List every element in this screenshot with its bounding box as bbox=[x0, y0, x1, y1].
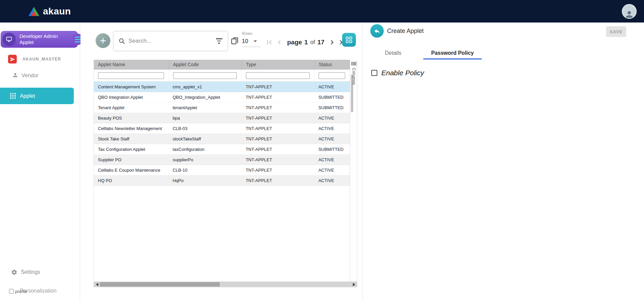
cell-type: TNT-APPLET bbox=[241, 144, 314, 154]
cell-applet-name: Celllabs Newsletter Management bbox=[94, 123, 169, 133]
cell-status: SUBMITTED bbox=[314, 144, 350, 154]
enable-policy-row: Enable Policy bbox=[371, 69, 424, 77]
cell-type: TNT-APPLET bbox=[241, 92, 314, 102]
table-row[interactable]: Celllabs E Coupon Maintenance CLB-10 TNT… bbox=[94, 165, 350, 175]
filter-input-type[interactable] bbox=[246, 72, 310, 79]
search-icon bbox=[119, 38, 125, 44]
tabs: Details Password Policy bbox=[373, 47, 482, 59]
filter-input-status[interactable] bbox=[319, 72, 345, 79]
grip-icon bbox=[350, 62, 358, 66]
tab-details[interactable]: Details bbox=[373, 47, 413, 59]
column-header-applet-name[interactable]: Applet Name bbox=[94, 60, 169, 69]
cell-type: TNT-APPLET bbox=[241, 123, 314, 133]
search-box bbox=[113, 31, 228, 51]
module-title-line1: Developer Admin bbox=[19, 33, 58, 39]
sidebar-item-settings[interactable]: Settings bbox=[0, 267, 80, 277]
table-row[interactable]: Celllabs Newsletter Management CLB-03 TN… bbox=[94, 123, 350, 134]
sidebar: Developer Admin Applet AKAUN_MASTER Vend… bbox=[0, 23, 80, 301]
rows-per-page-select[interactable]: 10 bbox=[242, 38, 261, 47]
topbar: akaun bbox=[0, 0, 644, 23]
filter-icon[interactable] bbox=[216, 38, 222, 44]
grid-icon bbox=[345, 36, 353, 43]
tab-password-policy[interactable]: Password Policy bbox=[423, 47, 482, 59]
plus-icon: + bbox=[100, 36, 106, 46]
table-header: Applet Name Applet Code Type Status bbox=[94, 60, 350, 70]
cell-applet-name: QBO Integration Applet bbox=[94, 92, 169, 102]
sidebar-item-applet[interactable]: Applet bbox=[0, 88, 74, 104]
columns-strip-label: Columns bbox=[352, 68, 356, 85]
gear-icon bbox=[11, 269, 17, 275]
cell-applet-code: taxConfiguration bbox=[169, 144, 242, 154]
cell-status: ACTIVE bbox=[314, 165, 350, 175]
cell-applet-code: CLB-03 bbox=[169, 123, 242, 133]
sidebar-item-vendor[interactable]: Vendor bbox=[0, 71, 80, 81]
column-header-type[interactable]: Type bbox=[241, 60, 314, 69]
reply-arrow-icon bbox=[374, 28, 381, 35]
cell-type: TNT-APPLET bbox=[241, 113, 314, 123]
rows-per-page-label: Rows bbox=[242, 31, 261, 36]
rows-per-page-value: 10 bbox=[242, 38, 248, 45]
user-avatar[interactable] bbox=[622, 4, 637, 19]
columns-strip[interactable]: Columns bbox=[350, 60, 357, 282]
page-word: page bbox=[287, 39, 302, 46]
cell-type: TNT-APPLET bbox=[241, 134, 314, 144]
grid-view-button[interactable] bbox=[342, 33, 356, 47]
enable-policy-checkbox[interactable] bbox=[371, 70, 377, 76]
table-row[interactable]: Stock Take Staff stockTakeStaff TNT-APPL… bbox=[94, 134, 350, 144]
cell-applet-name: Content Management System bbox=[94, 82, 169, 92]
rows-per-page: Rows 10 bbox=[242, 31, 261, 47]
cell-status: ACTIVE bbox=[314, 175, 350, 185]
personalization-label: Personalization bbox=[20, 288, 56, 294]
filter-input-applet-code[interactable] bbox=[173, 72, 237, 79]
column-header-status[interactable]: Status bbox=[314, 60, 350, 69]
previous-page-button[interactable] bbox=[275, 37, 284, 47]
table-row[interactable]: Beauty POS bpa TNT-APPLET ACTIVE bbox=[94, 113, 350, 123]
cell-status: ACTIVE bbox=[314, 82, 350, 92]
add-applet-button[interactable]: + bbox=[96, 33, 110, 48]
total-pages: 17 bbox=[317, 39, 324, 46]
monitor-icon bbox=[2, 33, 16, 46]
sidebar-item-akaun-master[interactable]: AKAUN_MASTER bbox=[0, 54, 80, 64]
of-word: of bbox=[310, 39, 315, 46]
sidebar-item-personalization[interactable]: profile Personalization bbox=[0, 287, 80, 297]
cell-type: TNT-APPLET bbox=[241, 165, 314, 175]
filter-input-applet-name[interactable] bbox=[98, 72, 164, 79]
pages-icon[interactable] bbox=[230, 36, 239, 47]
cell-applet-code: QBO_Integration_Applet bbox=[169, 92, 242, 102]
scroll-right-arrow-icon[interactable] bbox=[351, 282, 357, 287]
cell-applet-code: bpa bbox=[169, 113, 242, 123]
first-page-button[interactable] bbox=[265, 37, 274, 47]
cell-applet-name: Tenant Applet bbox=[94, 102, 169, 113]
table-row[interactable]: Tax Configuration Applet taxConfiguratio… bbox=[94, 144, 350, 155]
page-number: 1 bbox=[304, 39, 308, 46]
scroll-left-arrow-icon[interactable] bbox=[94, 282, 100, 287]
cell-type: TNT-APPLET bbox=[241, 102, 314, 113]
module-header[interactable]: Developer Admin Applet bbox=[1, 31, 78, 48]
table-row[interactable]: Content Management System cms_applet_v1 … bbox=[94, 82, 350, 92]
sidebar-item-label: Vendor bbox=[21, 73, 39, 79]
table-row[interactable]: QBO Integration Applet QBO_Integration_A… bbox=[94, 92, 350, 102]
table-row[interactable]: Tenant Applet tenantApplet TNT-APPLET SU… bbox=[94, 102, 350, 113]
horizontal-scrollbar-thumb[interactable] bbox=[100, 282, 220, 287]
save-button[interactable]: SAVE bbox=[606, 26, 626, 37]
cell-applet-code: HqPo bbox=[169, 175, 242, 185]
akaun-logo: akaun bbox=[28, 0, 71, 23]
search-input[interactable] bbox=[128, 38, 216, 44]
applet-table: Applet Name Applet Code Type Status Cont… bbox=[94, 60, 350, 282]
akaun-logo-icon bbox=[28, 6, 40, 16]
akaun-master-icon bbox=[8, 55, 17, 63]
enable-policy-label: Enable Policy bbox=[381, 69, 424, 77]
horizontal-scrollbar[interactable] bbox=[94, 282, 357, 287]
module-title: Developer Admin Applet bbox=[19, 33, 58, 45]
back-button[interactable] bbox=[370, 24, 384, 38]
avatar-person-icon bbox=[624, 9, 634, 19]
column-header-applet-code[interactable]: Applet Code bbox=[169, 60, 242, 69]
brand-name: akaun bbox=[43, 6, 71, 17]
table-row[interactable]: Supplier PO supplierPo TNT-APPLET ACTIVE bbox=[94, 155, 350, 165]
profile-checkbox[interactable] bbox=[9, 289, 14, 294]
cell-type: TNT-APPLET bbox=[241, 175, 314, 185]
table-row[interactable]: HQ PO HqPo TNT-APPLET ACTIVE bbox=[94, 175, 350, 186]
next-page-button[interactable] bbox=[328, 37, 336, 47]
cell-applet-code: cms_applet_v1 bbox=[169, 82, 242, 92]
cell-status: SUBMITTED bbox=[314, 92, 350, 102]
